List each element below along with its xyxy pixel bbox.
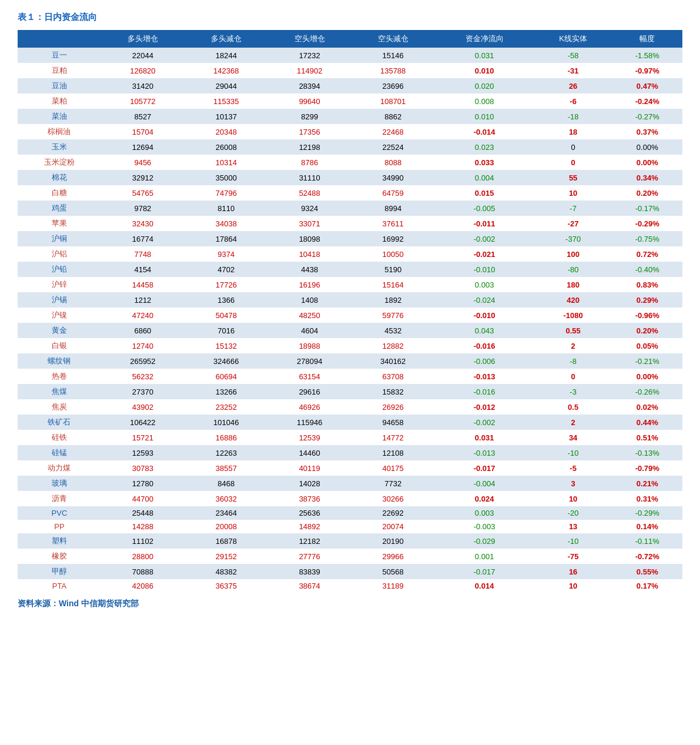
cell-volume: 38736 [268, 491, 351, 506]
cell-volume: 8786 [268, 155, 351, 170]
cell-volume: 47240 [101, 308, 185, 323]
table-row: 橡胶288002915227776299660.001-75-0.72% [18, 549, 682, 564]
cell-range: 0.20% [612, 323, 682, 338]
cell-kline: -75 [534, 549, 612, 564]
cell-volume: 12108 [351, 445, 435, 460]
cell-volume: 29966 [351, 549, 435, 564]
cell-range: -0.97% [612, 63, 682, 78]
cell-volume: 1408 [268, 292, 351, 308]
cell-flow: 0.004 [435, 170, 534, 185]
cell-volume: 108701 [351, 93, 435, 109]
cell-name: 塑料 [18, 533, 101, 549]
cell-volume: 52488 [268, 185, 351, 201]
cell-range: 0.44% [612, 415, 682, 430]
cell-volume: 8299 [268, 109, 351, 124]
cell-volume: 28800 [101, 549, 185, 564]
cell-volume: 25448 [101, 506, 185, 520]
cell-volume: 63708 [351, 369, 435, 384]
cell-volume: 26008 [185, 139, 268, 155]
cell-kline: -10 [534, 533, 612, 549]
cell-flow: 0.033 [435, 155, 534, 170]
cell-name: 豆一 [18, 48, 101, 63]
cell-range: -0.29% [612, 216, 682, 231]
cell-volume: 4532 [351, 323, 435, 338]
cell-volume: 12694 [101, 139, 185, 155]
cell-flow: -0.003 [435, 520, 534, 533]
cell-name: 玻璃 [18, 476, 101, 491]
cell-volume: 14458 [101, 277, 185, 292]
cell-volume: 15164 [351, 277, 435, 292]
cell-flow: 0.031 [435, 430, 534, 445]
cell-kline: -3 [534, 384, 612, 399]
cell-volume: 37611 [351, 216, 435, 231]
table-row: PVC254482346425636226920.003-20-0.29% [18, 506, 682, 520]
cell-volume: 14288 [101, 520, 185, 533]
source-label: 资料来源：Wind 中信期货研究部 [18, 599, 682, 609]
cell-range: -0.17% [612, 201, 682, 216]
cell-volume: 30783 [101, 460, 185, 476]
table-row: 苹果32430340383307137611-0.011-27-0.29% [18, 216, 682, 231]
cell-range: -0.40% [612, 262, 682, 277]
table-header-row: 多头增仓 多头减仓 空头增仓 空头减仓 资金净流向 K线实体 幅度 [18, 30, 682, 48]
cell-name: 沪铝 [18, 246, 101, 262]
cell-volume: 15146 [351, 48, 435, 63]
cell-volume: 42086 [101, 579, 185, 593]
cell-range: -0.79% [612, 460, 682, 476]
cell-volume: 9456 [101, 155, 185, 170]
cell-flow: -0.016 [435, 384, 534, 399]
cell-name: 豆油 [18, 78, 101, 93]
cell-flow: 0.010 [435, 109, 534, 124]
col-header-range: 幅度 [612, 30, 682, 48]
cell-flow: -0.024 [435, 292, 534, 308]
cell-kline: 2 [534, 415, 612, 430]
cell-range: 0.00% [612, 155, 682, 170]
cell-volume: 18098 [268, 231, 351, 246]
cell-volume: 94658 [351, 415, 435, 430]
cell-volume: 7732 [351, 476, 435, 491]
cell-kline: -18 [534, 109, 612, 124]
cell-volume: 12882 [351, 338, 435, 353]
cell-flow: -0.029 [435, 533, 534, 549]
cell-name: 橡胶 [18, 549, 101, 564]
cell-range: -0.75% [612, 231, 682, 246]
cell-kline: 100 [534, 246, 612, 262]
cell-volume: 8088 [351, 155, 435, 170]
cell-volume: 17232 [268, 48, 351, 63]
cell-volume: 4702 [185, 262, 268, 277]
cell-volume: 59776 [351, 308, 435, 323]
cell-volume: 14028 [268, 476, 351, 491]
cell-volume: 15832 [351, 384, 435, 399]
cell-flow: -0.004 [435, 476, 534, 491]
cell-volume: 22044 [101, 48, 185, 63]
cell-kline: -20 [534, 506, 612, 520]
cell-name: PVC [18, 506, 101, 520]
table-row: 硅锰12593122631446012108-0.013-10-0.13% [18, 445, 682, 460]
cell-volume: 36375 [185, 579, 268, 593]
cell-name: 沥青 [18, 491, 101, 506]
cell-volume: 14892 [268, 520, 351, 533]
col-header-name [18, 30, 101, 48]
cell-volume: 6860 [101, 323, 185, 338]
cell-volume: 50568 [351, 564, 435, 579]
cell-flow: -0.006 [435, 353, 534, 369]
cell-flow: -0.013 [435, 369, 534, 384]
cell-kline: 0 [534, 155, 612, 170]
cell-flow: -0.010 [435, 308, 534, 323]
cell-range: 0.00% [612, 139, 682, 155]
cell-volume: 17864 [185, 231, 268, 246]
cell-volume: 34990 [351, 170, 435, 185]
cell-volume: 12182 [268, 533, 351, 549]
cell-volume: 16878 [185, 533, 268, 549]
cell-name: 焦炭 [18, 399, 101, 415]
cell-volume: 114902 [268, 63, 351, 78]
cell-kline: 18 [534, 124, 612, 139]
cell-volume: 63154 [268, 369, 351, 384]
cell-flow: -0.013 [435, 445, 534, 460]
cell-volume: 8110 [185, 201, 268, 216]
cell-volume: 1366 [185, 292, 268, 308]
cell-volume: 14460 [268, 445, 351, 460]
cell-flow: 0.014 [435, 579, 534, 593]
col-header-kline: K线实体 [534, 30, 612, 48]
table-row: 热卷56232606946315463708-0.01300.00% [18, 369, 682, 384]
page-title: 表１：日内资金流向 [18, 12, 682, 23]
